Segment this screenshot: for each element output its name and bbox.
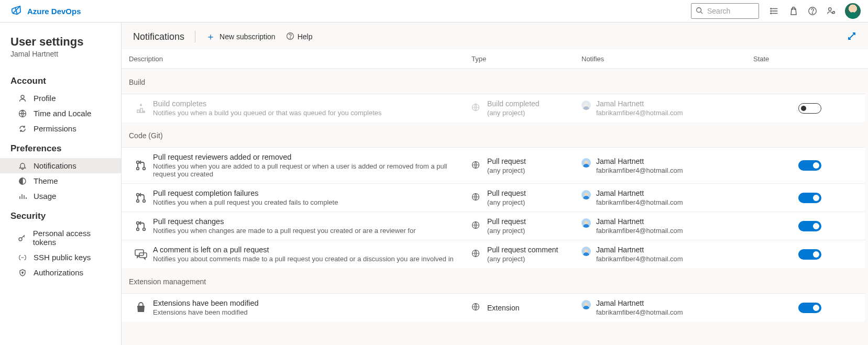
description-cell: Pull request reviewers added or removed … <box>153 153 471 178</box>
state-toggle[interactable] <box>798 249 821 260</box>
svg-point-5 <box>812 13 812 13</box>
user-settings-icon[interactable] <box>823 3 840 19</box>
search-input[interactable] <box>707 7 754 15</box>
description-cell: Build completes Notifies you when a buil… <box>153 99 471 117</box>
notifies-cell: Jamal Hartnett fabrikamfiber4@hotmail.co… <box>581 246 753 263</box>
sidebar-item-usage[interactable]: Usage <box>0 188 121 204</box>
divider <box>195 31 195 42</box>
sidebar-item-authorizations[interactable]: Authorizations <box>0 265 121 280</box>
svg-point-22 <box>143 199 146 202</box>
notifies-cell: Jamal Hartnett fabrikamfiber4@hotmail.co… <box>581 189 753 206</box>
row-title: Pull request reviewers added or removed <box>153 153 471 161</box>
sidebar-item-theme[interactable]: Theme <box>0 173 121 188</box>
subscription-row[interactable]: Pull request completion failures Notifie… <box>122 183 865 212</box>
type-main: Pull request <box>487 157 526 165</box>
col-description: Description <box>129 55 471 63</box>
pr-icon <box>129 220 153 232</box>
col-state: State <box>753 55 821 63</box>
svg-point-16 <box>137 161 139 164</box>
notifies-name: Jamal Hartnett <box>596 99 683 108</box>
person-icon <box>18 94 27 103</box>
page-subtitle: Jamal Hartnett <box>0 50 121 69</box>
expand-button[interactable] <box>847 31 856 42</box>
sidebar-item-label: Theme <box>34 176 58 185</box>
globe-clock-icon <box>18 109 27 118</box>
build-icon <box>129 102 153 115</box>
chart-icon <box>18 192 27 201</box>
row-title: Extensions have been modified <box>153 299 471 307</box>
help-button[interactable]: Help <box>286 32 313 42</box>
globe-icon <box>471 193 480 203</box>
svg-point-21 <box>137 199 139 202</box>
sidebar-item-label: Profile <box>34 94 56 103</box>
svg-point-25 <box>137 228 139 230</box>
bell-icon <box>18 162 27 170</box>
subscription-row[interactable]: Build completes Notifies you when a buil… <box>122 94 865 122</box>
state-cell <box>753 160 821 171</box>
description-cell: Pull request completion failures Notifie… <box>153 189 471 206</box>
type-cell: Build completed (any project) <box>471 99 581 117</box>
user-avatar-small <box>581 101 591 110</box>
state-cell <box>753 221 821 231</box>
notifies-email: fabrikamfiber4@hotmail.com <box>596 198 683 206</box>
type-main: Pull request <box>487 189 526 197</box>
row-subtitle: Notifies you when a pull request you cre… <box>153 198 471 206</box>
state-toggle[interactable] <box>798 221 821 231</box>
type-cell: Pull request (any project) <box>471 217 581 235</box>
sidebar: User settings Jamal Hartnett Account Pro… <box>0 23 122 345</box>
svg-point-17 <box>137 168 139 170</box>
notifies-cell: Jamal Hartnett fabrikamfiber4@hotmail.co… <box>581 299 753 316</box>
state-toggle[interactable] <box>798 160 821 171</box>
svg-point-8 <box>21 95 24 98</box>
sidebar-item-profile[interactable]: Profile <box>0 91 121 106</box>
ssh-icon <box>18 253 27 262</box>
row-title: A comment is left on a pull request <box>153 246 471 254</box>
state-toggle[interactable] <box>798 303 821 313</box>
subscriptions-list[interactable]: Build Build completes Notifies you when … <box>122 69 868 345</box>
svg-point-3 <box>771 13 772 14</box>
content-header: Notifications ＋ New subscription Help <box>122 23 868 50</box>
sidebar-item-label: Permissions <box>34 124 76 133</box>
svg-point-14 <box>290 38 290 38</box>
state-cell <box>753 249 821 260</box>
work-items-icon[interactable] <box>766 3 783 19</box>
pr-icon <box>129 159 153 172</box>
notifies-email: fabrikamfiber4@hotmail.com <box>596 166 683 174</box>
row-subtitle: Extensions have been modified <box>153 308 471 316</box>
sidebar-item-permissions[interactable]: Permissions <box>0 121 121 136</box>
topbar: Azure DevOps <box>0 0 868 23</box>
sidebar-item-time-locale[interactable]: Time and Locale <box>0 106 121 121</box>
group-header: Extension management <box>122 268 865 293</box>
sidebar-item-ssh[interactable]: SSH public keys <box>0 250 121 265</box>
type-sub: (any project) <box>487 227 526 235</box>
state-toggle[interactable] <box>798 193 821 203</box>
sidebar-item-notifications[interactable]: Notifications <box>0 158 121 173</box>
subscription-row[interactable]: A comment is left on a pull request Noti… <box>122 240 865 268</box>
sidebar-item-label: Notifications <box>34 161 76 170</box>
user-avatar-small <box>581 300 591 309</box>
description-cell: A comment is left on a pull request Noti… <box>153 246 471 263</box>
marketplace-icon[interactable] <box>785 3 802 19</box>
type-sub: (any project) <box>487 255 558 263</box>
sidebar-item-pat[interactable]: Personal access tokens <box>0 226 121 250</box>
search-box[interactable] <box>691 3 759 19</box>
brand[interactable]: Azure DevOps <box>10 5 81 18</box>
user-avatar[interactable] <box>845 3 861 19</box>
subscription-row[interactable]: Extensions have been modified Extensions… <box>122 293 865 321</box>
help-icon[interactable] <box>804 3 821 19</box>
sidebar-item-label: SSH public keys <box>34 253 91 262</box>
globe-icon <box>471 249 480 259</box>
row-title: Pull request changes <box>153 217 471 226</box>
type-cell: Extension <box>471 303 581 313</box>
svg-point-0 <box>697 7 701 12</box>
type-main: Pull request <box>487 217 526 226</box>
pr-icon <box>129 192 153 204</box>
content-title: Notifications <box>133 31 184 42</box>
state-toggle[interactable] <box>798 103 821 114</box>
subscription-row[interactable]: Pull request reviewers added or removed … <box>122 147 865 183</box>
new-subscription-label: New subscription <box>219 32 276 41</box>
type-sub: (any project) <box>487 198 526 206</box>
new-subscription-button[interactable]: ＋ New subscription <box>206 32 276 41</box>
key-icon <box>18 233 27 242</box>
subscription-row[interactable]: Pull request changes Notifies you when c… <box>122 212 865 240</box>
